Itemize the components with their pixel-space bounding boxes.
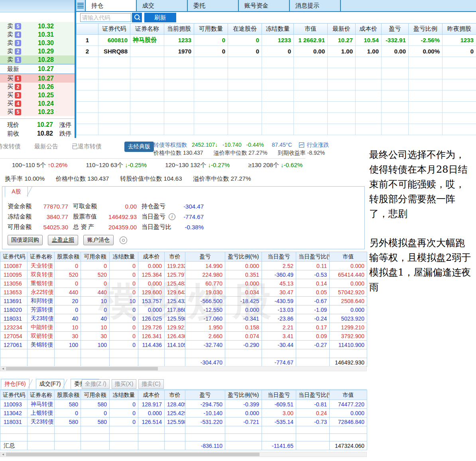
field-value: -774.67 [183, 213, 204, 220]
column-header[interactable]: 冻结数量 [110, 252, 138, 262]
menu-icon[interactable] [76, 0, 86, 11]
column-header[interactable]: 证券名称 [28, 390, 55, 400]
column-header[interactable]: 市价 [165, 252, 185, 262]
scrollbar-thumb[interactable] [6, 367, 158, 370]
column-header[interactable]: 股票余额 [55, 390, 81, 400]
column-header[interactable]: 昨夜拥股 [443, 24, 476, 35]
column-header[interactable]: 成本价 [138, 252, 165, 262]
table-row[interactable]: 113653永22转债4404400129.600129.64319.0300.… [0, 288, 367, 297]
column-header[interactable]: 成本价 [356, 24, 382, 35]
table-row[interactable]: 123234中能转债10100129.726129.9211.9500.1582… [0, 323, 367, 332]
column-header[interactable]: 当日盈亏比(%) [296, 390, 330, 400]
cancel-order-button[interactable]: 撤买(X) [112, 379, 137, 389]
cancel-order-button[interactable]: 全撤(Z /) [82, 379, 110, 389]
table-row[interactable]: 110095双良转债5205200125.364125.797224.9800.… [0, 270, 367, 279]
search-input[interactable] [80, 13, 131, 22]
table-row[interactable]: 2SHRQ8819700000.001.001.000.000.00%0 [77, 46, 476, 57]
account-action-button[interactable]: 账户清仓 [83, 235, 114, 245]
column-header[interactable]: 证券代码 [98, 24, 130, 35]
column-header[interactable]: 当日盈亏比(%) [296, 252, 330, 262]
column-header[interactable]: 可用数量 [194, 24, 228, 35]
industry-change-link[interactable]: 行业涨跌 [307, 142, 329, 148]
column-header[interactable]: 市值 [330, 252, 367, 262]
quote-level-row[interactable]: 卖410.31 [0, 30, 75, 39]
column-header[interactable]: 市价 [165, 390, 185, 400]
top-tab[interactable]: 持仓 [86, 0, 137, 11]
table-row[interactable]: 110087天业转债0000.000119.23214.9900.0002.52… [0, 262, 367, 270]
column-header[interactable]: 证券代码 [0, 252, 28, 262]
table-row[interactable]: 110093神马转债5805800128.917128.409-294.750-… [0, 400, 367, 409]
column-header[interactable]: 盈亏比例 [409, 24, 443, 35]
column-header[interactable]: 股票余额 [55, 252, 81, 262]
column-header[interactable]: 当日盈亏 [262, 252, 296, 262]
column-header[interactable]: 证券名称 [130, 24, 164, 35]
column-header[interactable]: 冻结数量 [262, 24, 294, 35]
table-row[interactable]: 汇总-836.110-1141.65147324.060 [0, 441, 367, 450]
bottom-tab[interactable]: 持仓(F6) [1, 379, 30, 389]
table-row[interactable]: 118031天23转债5805800126.514125.598-531.220… [0, 418, 367, 426]
column-header[interactable]: 最新价 [328, 24, 356, 35]
quote-level-row[interactable]: 卖510.32 [0, 22, 75, 30]
column-header[interactable]: 当前拥股 [164, 24, 194, 35]
top-tab[interactable]: 成交 [137, 0, 188, 11]
column-header[interactable]: 盈亏比例(%) [225, 252, 262, 262]
quote-level-row[interactable]: 买510.23 [0, 108, 75, 116]
top-tab[interactable]: 账号资金 [239, 0, 290, 11]
column-header[interactable]: 盈亏比例(%) [225, 390, 262, 400]
cancel-order-button[interactable]: 撤卖(C) [138, 379, 163, 389]
account-fields: 资金余额77870.77可取金额0.00持仓盈亏-304.47冻结金额3840.… [8, 201, 204, 232]
column-header[interactable]: 可用余额 [81, 252, 110, 262]
quote-level-row[interactable]: 卖210.29 [0, 47, 75, 55]
bottom-horizontal-scrollbar[interactable]: ◄ [0, 452, 367, 457]
column-header[interactable]: 证券代码 [0, 390, 28, 400]
mid-horizontal-scrollbar[interactable]: ◄ [0, 366, 367, 371]
top-tab[interactable]: 消息提示 [290, 0, 341, 11]
table-row[interactable]: 118031天23转债40400126.025125.598-17.060-0.… [0, 314, 367, 323]
table-row[interactable]: 127054双箭转债30300126.341126.4302.6600.0743… [0, 332, 367, 341]
scroll-left-arrow[interactable]: ◄ [0, 366, 6, 371]
search-icon[interactable] [132, 13, 142, 22]
cell: 110087 [0, 262, 28, 270]
table-row[interactable]: 118020芳源转债0000.000117.860-12.5500.000-13… [0, 305, 367, 314]
cell [262, 434, 296, 441]
column-header[interactable]: 在途股份 [228, 24, 262, 35]
tab-a-share[interactable]: A股 [5, 186, 28, 197]
column-header[interactable]: 市值 [330, 390, 367, 400]
quote-level-row[interactable]: 买310.25 [0, 91, 75, 99]
bond-nav-link[interactable]: 最新公告 [34, 143, 58, 150]
table-row[interactable]: -304.470-774.67146492.930 [0, 358, 367, 367]
top-tab[interactable]: 委托 [188, 0, 239, 11]
quote-level-row[interactable]: 买410.24 [0, 99, 75, 108]
quote-level-row[interactable]: 买110.27 [0, 74, 75, 83]
column-header[interactable]: 冻结数量 [110, 390, 138, 400]
refresh-button[interactable]: 刷新 [144, 13, 176, 22]
column-header[interactable]: 盈亏 [382, 24, 409, 35]
quote-level-row[interactable]: 卖110.28 [0, 55, 75, 64]
column-header[interactable]: 盈亏 [185, 390, 225, 400]
column-header[interactable]: 当日盈亏 [262, 390, 296, 400]
scrollbar-thumb[interactable] [6, 453, 260, 456]
column-header[interactable]: 市值 [294, 24, 328, 35]
target-icon[interactable] [120, 236, 127, 244]
quote-level-row[interactable]: 买210.26 [0, 83, 75, 91]
table-row[interactable]: 113056重银转债0000.000125.48360.7700.00045.1… [0, 279, 367, 288]
table-row[interactable]: 113042上银转债0000.000125.429-10.1400.0003.0… [0, 409, 367, 418]
table-row[interactable]: 1600810神马股份12330012331 2662.9110.2710.54… [77, 35, 476, 46]
quote-level-row[interactable]: 卖310.30 [0, 39, 75, 47]
account-action-button[interactable]: 国债逆回购 [8, 235, 43, 245]
bottom-tab[interactable]: 成交(F7) [36, 379, 65, 389]
column-header[interactable]: 盈亏 [185, 252, 225, 262]
classic-version-button[interactable]: 去经典版 [124, 142, 154, 152]
account-action-button[interactable]: 止盈止损 [48, 235, 78, 245]
bond-nav-link[interactable]: 已退市转债 [72, 143, 102, 150]
table-row[interactable]: 113691和邦转债201010153.757125.432-566.500-1… [0, 297, 367, 305]
column-header[interactable] [77, 24, 98, 35]
table-row[interactable]: 127061美锦转债1001000114.436114.109-32.740-0… [0, 341, 367, 349]
column-header[interactable]: 成本价 [138, 390, 165, 400]
info-icon[interactable]: i [169, 213, 175, 220]
bond-nav-link[interactable]: 待发转债 [0, 143, 21, 150]
column-header[interactable]: 证券名称 [28, 252, 55, 262]
cell: -0.67 [296, 297, 330, 305]
column-header[interactable]: 可用余额 [81, 390, 110, 400]
scroll-left-arrow[interactable]: ◄ [0, 452, 6, 457]
